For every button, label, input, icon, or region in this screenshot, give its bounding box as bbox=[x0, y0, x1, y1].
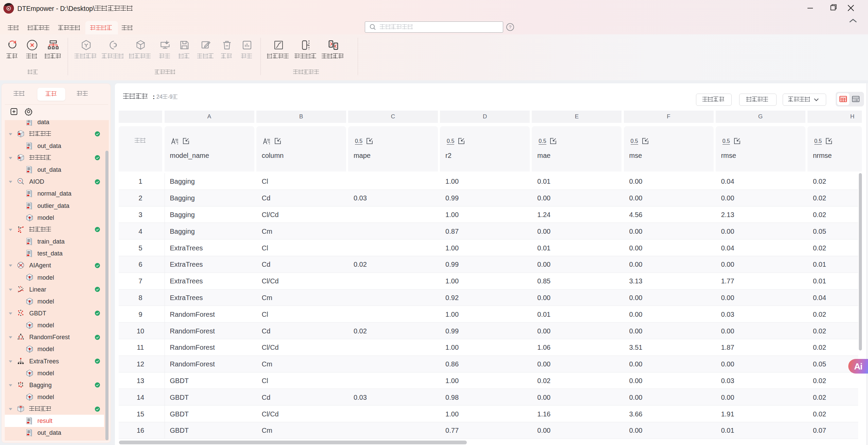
svg-text:?: ? bbox=[509, 24, 512, 30]
